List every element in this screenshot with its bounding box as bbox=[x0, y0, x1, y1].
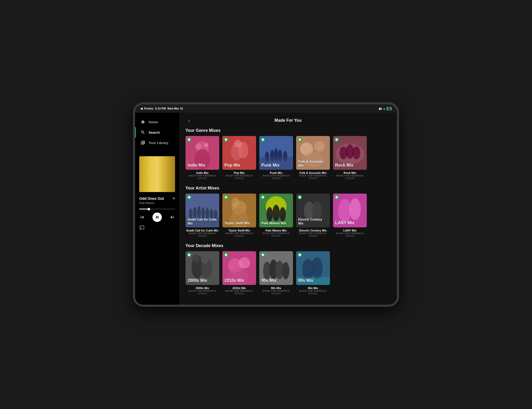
lany-mix-subtitle: MADE FOR FEDERICO VITICCI bbox=[333, 232, 367, 237]
main-content[interactable]: ‹ Made For You Your Genre Mixes bbox=[179, 113, 397, 305]
80s-mix-card[interactable]: 80s Mix 80s Mix MADE FOR FEDERICO VITICC… bbox=[296, 251, 330, 295]
rock-mix-name: Rock Mix bbox=[333, 171, 367, 174]
dcfc-mix-card[interactable]: Death Cab for Cutie Mix Death Cab for Cu… bbox=[185, 194, 219, 237]
svg-point-8 bbox=[150, 172, 154, 182]
taylor-mix-subtitle: MADE FOR FEDERICO VITICCI bbox=[222, 232, 256, 237]
now-playing-artist: Pale Waves bbox=[139, 201, 175, 204]
90s-mix-art: 90s Mix bbox=[259, 251, 293, 285]
svg-point-37 bbox=[353, 146, 360, 159]
folk-mix-card[interactable]: Folk & Acoustic Mix Folk & Acoustic Mix … bbox=[296, 136, 330, 180]
svg-point-66 bbox=[201, 255, 209, 264]
pale-waves-mix-art: Pale Waves Mix bbox=[259, 194, 293, 227]
heart-icon[interactable]: ♥ bbox=[173, 196, 175, 201]
svg-text:PALE WAVES  WHO AM I?: PALE WAVES WHO AM I? bbox=[147, 188, 167, 190]
80s-mix-art: 80s Mix bbox=[296, 251, 330, 285]
90s-mix-label: 90s Mix bbox=[259, 276, 293, 285]
back-button[interactable]: ‹ bbox=[185, 117, 193, 124]
spotify-badge bbox=[224, 195, 228, 199]
folk-mix-art: Folk & Acoustic Mix bbox=[296, 136, 330, 170]
dcfc-mix-subtitle: MADE FOR FEDERICO VITICCI bbox=[185, 232, 219, 237]
pause-button[interactable] bbox=[152, 213, 162, 222]
indie-mix-card[interactable]: Indie Mix Indie Mix MADE FOR FEDERICO VI… bbox=[185, 136, 219, 180]
svg-point-65 bbox=[192, 255, 200, 262]
svg-point-10 bbox=[162, 172, 166, 182]
2000s-mix-art: 2000s Mix bbox=[185, 251, 219, 285]
electric-mix-card[interactable]: Electric Century Mix Electric Century Mi… bbox=[296, 194, 330, 237]
svg-rect-4 bbox=[139, 156, 175, 164]
taylor-mix-art: Taylor Swift Mix bbox=[222, 194, 256, 227]
prev-button[interactable] bbox=[139, 214, 145, 220]
spotify-badge bbox=[298, 253, 302, 257]
90s-mix-card[interactable]: 90s Mix 90s Mix MADE FOR FEDERICO VITICC… bbox=[259, 251, 293, 295]
progress-bar[interactable] bbox=[139, 209, 175, 209]
2010s-mix-card[interactable]: 2010s Mix 2010s Mix MADE FOR FEDERICO VI… bbox=[222, 251, 256, 295]
indie-mix-subtitle: MADE FOR FEDERICO VITICCI bbox=[185, 174, 219, 180]
devices-button[interactable] bbox=[135, 223, 179, 234]
pop-mix-art: Pop Mix bbox=[222, 136, 256, 170]
svg-point-17 bbox=[204, 143, 208, 147]
spotify-badge bbox=[187, 138, 191, 142]
2010s-mix-subtitle: MADE FOR FEDERICO VITICCI bbox=[222, 290, 256, 295]
electric-mix-subtitle: MADE FOR FEDERICO VITICCI bbox=[296, 232, 330, 237]
spotify-badge bbox=[224, 138, 228, 142]
spotify-badge bbox=[261, 253, 265, 257]
now-playing-album-art[interactable]: PALE WAVES WHO AM I? bbox=[139, 156, 175, 192]
time-label: 3:13 PM bbox=[155, 107, 166, 110]
80s-mix-name: 80s Mix bbox=[296, 287, 330, 290]
svg-point-9 bbox=[156, 171, 159, 182]
spotify-badge bbox=[261, 138, 265, 142]
svg-marker-1 bbox=[144, 172, 170, 192]
player-controls bbox=[135, 212, 179, 223]
library-icon bbox=[140, 140, 145, 145]
svg-rect-2 bbox=[139, 156, 175, 192]
pale-waves-mix-label: Pale Waves Mix bbox=[259, 219, 293, 227]
svg-point-50 bbox=[231, 197, 239, 208]
album-art-svg: PALE WAVES WHO AM I? bbox=[139, 156, 175, 192]
spotify-badge bbox=[298, 195, 302, 199]
pop-mix-subtitle: MADE FOR FEDERICO VITICCI bbox=[222, 174, 256, 180]
svg-rect-3 bbox=[139, 180, 175, 192]
lany-mix-card[interactable]: LANY Mix LANY Mix MADE FOR FEDERICO VITI… bbox=[333, 194, 367, 237]
spotify-badge bbox=[187, 195, 191, 199]
sidebar: Home Search Your L bbox=[135, 113, 179, 305]
progress-fill bbox=[139, 209, 148, 209]
rock-mix-label: Rock Mix bbox=[333, 161, 367, 170]
indie-mix-label: Indie Mix bbox=[185, 161, 219, 170]
taylor-mix-label: Taylor Swift Mix bbox=[222, 219, 256, 227]
dcfc-mix-art: Death Cab for Cutie Mix bbox=[185, 194, 219, 227]
dcfc-mix-label: Death Cab for Cutie Mix bbox=[185, 216, 219, 227]
lany-mix-art: LANY Mix bbox=[333, 194, 367, 227]
now-playing-title: Odd Ones Out bbox=[139, 196, 164, 201]
punk-mix-card[interactable]: Punk Mix Punk Mix MADE FOR FEDERICO VITI… bbox=[259, 136, 293, 180]
svg-point-21 bbox=[234, 140, 242, 148]
spotify-badge bbox=[261, 195, 265, 199]
rock-mix-card[interactable]: Rock Mix Rock Mix MADE FOR FEDERICO VITI… bbox=[333, 136, 367, 180]
browser-label: Firefox bbox=[144, 107, 154, 110]
battery-icon: ⬛ bbox=[387, 107, 392, 110]
svg-point-69 bbox=[239, 257, 250, 269]
pop-mix-card[interactable]: Pop Mix Pop Mix MADE FOR FEDERICO VITICC… bbox=[222, 136, 256, 180]
folk-mix-subtitle: MADE FOR FEDERICO VITICCI bbox=[296, 174, 330, 180]
2000s-mix-card[interactable]: 2000s Mix 2000s Mix MADE FOR FEDERICO VI… bbox=[185, 251, 219, 295]
decade-mixes-section: Your Decade Mixes bbox=[179, 241, 397, 299]
spotify-badge bbox=[187, 253, 191, 257]
status-left: ◀ Firefox 3:13 PM Wed Mar 31 bbox=[140, 107, 183, 110]
next-button[interactable] bbox=[169, 214, 175, 220]
ipad-device: ◀ Firefox 3:13 PM Wed Mar 31 ▮▮ ▲ ⬛ Home bbox=[133, 102, 399, 307]
svg-rect-0 bbox=[139, 156, 175, 192]
pale-waves-mix-card[interactable]: Pale Waves Mix Pale Waves Mix MADE FOR F… bbox=[259, 194, 293, 237]
2010s-mix-label: 2010s Mix bbox=[222, 276, 256, 285]
punk-mix-label: Punk Mix bbox=[259, 161, 293, 170]
electric-mix-name: Electric Century Mix bbox=[296, 229, 330, 232]
home-label: Home bbox=[149, 120, 158, 124]
lany-mix-label: LANY Mix bbox=[333, 218, 367, 227]
svg-point-16 bbox=[195, 143, 202, 149]
bottom-bar bbox=[135, 305, 397, 307]
2000s-mix-name: 2000s Mix bbox=[185, 287, 219, 290]
sidebar-item-search[interactable]: Search bbox=[135, 127, 179, 138]
taylor-mix-card[interactable]: Taylor Swift Mix Taylor Swift Mix MADE F… bbox=[222, 194, 256, 237]
sidebar-item-library[interactable]: Your Library bbox=[135, 138, 179, 148]
wifi-icon: ▲ bbox=[383, 107, 385, 110]
electric-mix-label: Electric Century Mix bbox=[296, 216, 330, 227]
sidebar-item-home[interactable]: Home bbox=[135, 117, 179, 127]
